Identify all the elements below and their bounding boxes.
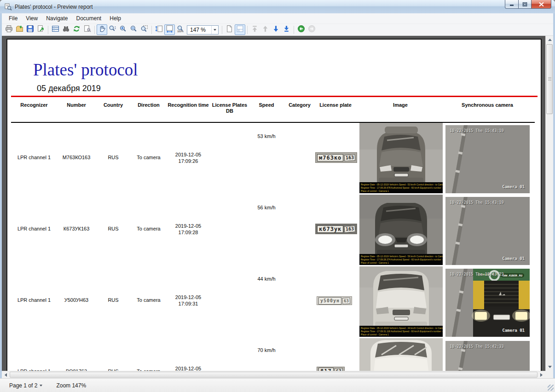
zoom-100-button[interactable]: 100% bbox=[175, 24, 185, 35]
single-page-icon bbox=[225, 25, 233, 35]
chevron-down-icon bbox=[40, 385, 42, 386]
horizontal-scrollbar-thumb[interactable] bbox=[10, 372, 538, 378]
cell-recognition-time: 2019-12-05 bbox=[158, 365, 218, 371]
arrow-right-icon bbox=[540, 373, 543, 377]
first-page-button[interactable] bbox=[249, 24, 260, 35]
column-header-image: Image bbox=[377, 102, 423, 108]
image-info-band: Register Date - 05-12-2019 Vehicle's Spe… bbox=[359, 254, 443, 265]
close-button[interactable] bbox=[532, 0, 551, 9]
print-button[interactable] bbox=[4, 24, 14, 35]
toolbar-separator bbox=[48, 26, 48, 34]
options-table-icon bbox=[52, 25, 59, 35]
scroll-right-button[interactable] bbox=[538, 371, 545, 379]
scroll-left-button[interactable] bbox=[2, 371, 10, 379]
menu-bar: File View Navigate Document Help bbox=[2, 13, 553, 24]
scrollbar-grip bbox=[548, 77, 551, 81]
cell-recognizer: LPR channel 1 bbox=[11, 154, 57, 161]
first-page-icon bbox=[251, 25, 259, 35]
save-icon bbox=[26, 25, 34, 35]
report-date: 05 декабря 2019 bbox=[37, 84, 101, 93]
fit-height-button[interactable] bbox=[154, 24, 164, 35]
zoom-indicator: Zoom 147% bbox=[56, 382, 86, 389]
cell-speed: 70 km/h bbox=[243, 347, 289, 353]
save-button[interactable] bbox=[25, 24, 35, 35]
previous-page-button[interactable] bbox=[260, 24, 271, 35]
table-row: LPR channel 1 М763КО163 RUS To camera 20… bbox=[7, 123, 543, 194]
zoom-window-button[interactable] bbox=[139, 24, 150, 35]
column-header-license-plate: License plate bbox=[303, 102, 368, 108]
cell-recognition-time: 2019-12-0517:09:31 bbox=[158, 294, 218, 307]
page-setup-icon bbox=[83, 25, 91, 35]
scrollbar-corner bbox=[545, 371, 553, 378]
fit-height-icon bbox=[155, 25, 163, 35]
report-options-button[interactable] bbox=[50, 24, 61, 35]
back-icon bbox=[297, 25, 305, 35]
synchronous-camera-image: 10-22-2015 The 15:43:19 Camera 01 bbox=[445, 125, 530, 193]
toolbar-separator bbox=[222, 26, 222, 34]
cell-recognition-time: 2019-12-0517:09:26 bbox=[158, 151, 218, 164]
report-page: Plates' protocol 05 декабря 2019 Recogni… bbox=[6, 39, 542, 371]
fit-width-icon bbox=[166, 25, 173, 35]
vertical-scrollbar-thumb[interactable] bbox=[546, 44, 553, 114]
zoom-out-icon bbox=[130, 25, 138, 35]
menu-help[interactable]: Help bbox=[105, 14, 125, 23]
zoom-out-button[interactable] bbox=[128, 24, 139, 35]
binoculars-icon bbox=[62, 25, 70, 35]
vehicle-image: Register Date - 05-12-2019 Vehicle's Spe… bbox=[359, 266, 443, 337]
cell-speed: 56 km/h bbox=[243, 204, 289, 211]
single-page-button[interactable] bbox=[224, 24, 235, 35]
toolbar: 100% 147 % bbox=[2, 24, 553, 36]
arrow-up-icon bbox=[548, 39, 552, 41]
back-button[interactable] bbox=[296, 24, 306, 35]
synchronous-camera-image: 10-22-2015 The 15:43:19 Camera 01 bbox=[445, 197, 530, 265]
arrow-left-icon bbox=[5, 373, 7, 377]
menu-document[interactable]: Document bbox=[72, 14, 106, 23]
zoom-dynamic-button[interactable] bbox=[107, 24, 118, 35]
document-area[interactable]: Plates' protocol 05 декабря 2019 Recogni… bbox=[2, 36, 545, 371]
fit-page-icon bbox=[236, 25, 244, 35]
zoom-combo-dropdown[interactable] bbox=[211, 26, 218, 34]
title-divider bbox=[11, 96, 538, 97]
cell-recognizer: LPR channel 1 bbox=[11, 225, 57, 232]
next-page-button[interactable] bbox=[271, 24, 281, 35]
vertical-scrollbar[interactable] bbox=[545, 36, 553, 371]
forward-button[interactable] bbox=[306, 24, 317, 35]
status-bar: Page 1 of 2 Zoom 147% bbox=[0, 378, 555, 392]
menu-navigate[interactable]: Navigate bbox=[42, 14, 72, 23]
fit-width-button[interactable] bbox=[164, 24, 175, 35]
scroll-up-button[interactable] bbox=[546, 36, 554, 44]
zoom-in-button[interactable] bbox=[118, 24, 128, 35]
page-selector[interactable]: Page 1 of 2 bbox=[6, 381, 45, 390]
export-button[interactable] bbox=[35, 24, 46, 35]
previous-page-icon bbox=[261, 25, 269, 35]
zoom-level-combo[interactable]: 147 % bbox=[187, 25, 219, 35]
menu-view[interactable]: View bbox=[22, 14, 42, 23]
resize-grip[interactable] bbox=[548, 385, 554, 391]
table-row: LPR channel 1 У500УН63 RUS To camera 201… bbox=[7, 265, 543, 337]
column-header-recognizer: Recognizer bbox=[11, 102, 57, 108]
open-button[interactable] bbox=[14, 24, 25, 35]
title-bar[interactable]: Plates' protocol - Preview report bbox=[0, 0, 555, 13]
report-title: Plates' protocol bbox=[33, 60, 138, 80]
license-plate-crop: 81763 bbox=[317, 367, 345, 371]
zoom-level-value[interactable]: 147 % bbox=[187, 27, 211, 33]
cell-recognition-time: 2019-12-0517:09:28 bbox=[158, 223, 218, 236]
find-button[interactable] bbox=[61, 24, 71, 35]
cell-speed: 44 km/h bbox=[243, 276, 289, 282]
page-indicator: Page 1 of 2 bbox=[9, 382, 37, 389]
pan-tool-button[interactable] bbox=[97, 24, 107, 35]
last-page-icon bbox=[283, 25, 290, 35]
cell-recognizer: LPR channel 1 bbox=[11, 297, 57, 303]
minimize-button[interactable] bbox=[505, 0, 518, 9]
last-page-button[interactable] bbox=[281, 24, 292, 35]
menu-file[interactable]: File bbox=[5, 14, 22, 23]
hand-icon bbox=[98, 25, 106, 35]
refresh-icon bbox=[73, 25, 81, 35]
scroll-down-button[interactable] bbox=[546, 363, 554, 371]
refresh-button[interactable] bbox=[71, 24, 82, 35]
fit-page-button[interactable] bbox=[235, 24, 245, 35]
horizontal-scrollbar[interactable] bbox=[2, 371, 545, 378]
synchronous-camera-image: 8(846)641-07-07 WWW.KUBOR.RU 10-22-2015 … bbox=[445, 269, 530, 337]
page-setup-button[interactable] bbox=[82, 24, 92, 35]
maximize-button[interactable] bbox=[518, 0, 532, 9]
